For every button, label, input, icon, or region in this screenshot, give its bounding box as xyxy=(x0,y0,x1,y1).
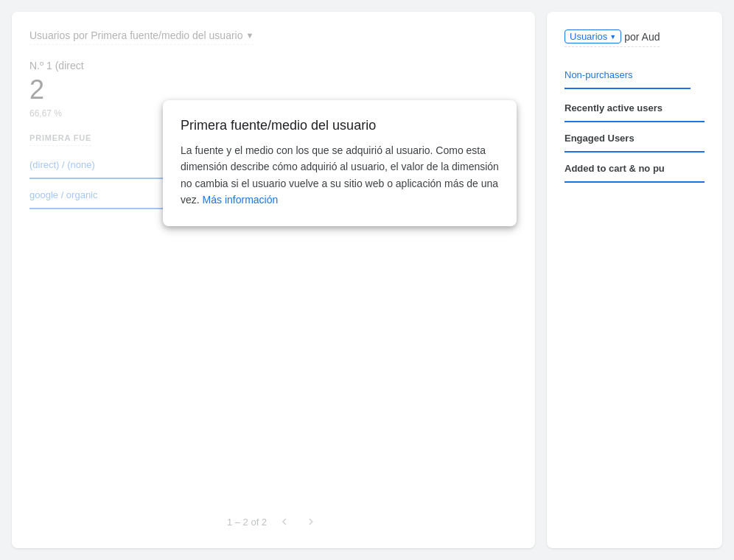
tooltip-link[interactable]: Más información xyxy=(203,194,279,206)
right-card-usuarios-text: Usuarios xyxy=(570,31,607,42)
tooltip-popup: Primera fuente/medio del usuario La fuen… xyxy=(163,100,517,226)
overlay xyxy=(12,12,535,548)
tooltip-title: Primera fuente/medio del usuario xyxy=(181,118,499,133)
tooltip-body: La fuente y el medio con los que se adqu… xyxy=(181,142,499,209)
recently-active-item[interactable]: Recently active users xyxy=(565,95,705,122)
right-card: Usuarios ▼ por Aud Non-purchasers Recent… xyxy=(547,12,722,548)
left-card: Usuarios por Primera fuente/medio del us… xyxy=(12,12,535,548)
added-to-cart-item[interactable]: Added to cart & no pu xyxy=(565,155,705,183)
right-card-usuarios-pill[interactable]: Usuarios ▼ xyxy=(565,29,621,43)
page-container: Usuarios por Primera fuente/medio del us… xyxy=(0,0,734,560)
non-purchasers-row[interactable]: Non-purchasers xyxy=(565,62,691,89)
right-card-title[interactable]: Usuarios ▼ por Aud xyxy=(565,29,660,47)
right-card-dropdown-arrow[interactable]: ▼ xyxy=(609,33,616,41)
right-card-title-suffix: por Aud xyxy=(624,31,660,43)
engaged-users-item[interactable]: Engaged Users xyxy=(565,125,705,153)
